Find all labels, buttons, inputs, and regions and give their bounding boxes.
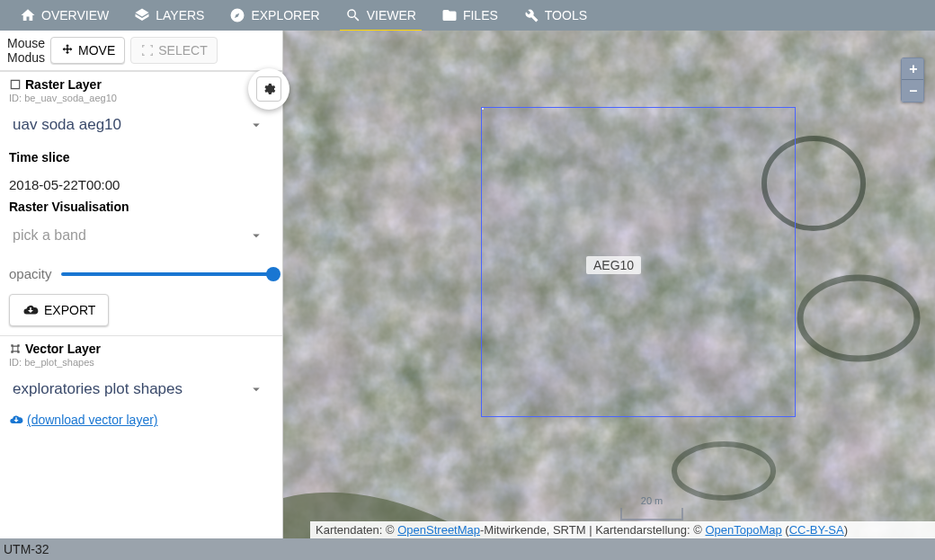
nav-label: VIEWER: [367, 8, 416, 22]
vector-id: ID: be_plot_shapes: [9, 357, 273, 368]
zoom-control: + –: [901, 58, 924, 102]
vector-layer-section: Vector Layer ID: be_plot_shapes explorat…: [0, 335, 282, 436]
move-icon: [60, 43, 75, 58]
chevron-down-icon: [248, 117, 264, 133]
raster-id: ID: be_uav_soda_aeg10: [9, 93, 273, 103]
cloud-download-icon: [9, 413, 23, 427]
opacity-slider[interactable]: [61, 272, 273, 276]
nav-layers[interactable]: LAYERS: [121, 0, 217, 31]
nav-label: EXPLORER: [251, 8, 319, 22]
opacity-label: opacity: [9, 266, 52, 281]
raster-layer-select[interactable]: uav soda aeg10: [9, 107, 273, 143]
layers-icon: [134, 7, 150, 23]
map-viewport[interactable]: AEG10 + – 20 m Kartendaten: © OpenStreet…: [283, 31, 935, 538]
plot-label: AEG10: [586, 256, 641, 274]
mode-move-button[interactable]: MOVE: [50, 37, 125, 64]
mouse-modus-label: Mouse Modus: [7, 36, 45, 65]
sidebar: Mouse Modus MOVE SELECT Raster Layer ID:…: [0, 31, 283, 538]
folder-icon: [441, 7, 458, 23]
time-slice-value: 2018-05-22T00:00: [9, 177, 273, 192]
nav-viewer[interactable]: VIEWER: [333, 0, 429, 31]
chevron-down-icon: [248, 227, 264, 244]
opacity-control: opacity: [9, 266, 273, 281]
wrench-icon: [523, 7, 539, 23]
osm-link[interactable]: OpenStreetMap: [397, 523, 480, 537]
chevron-down-icon: [248, 381, 264, 397]
raster-icon: [9, 78, 22, 91]
select-icon: [140, 43, 155, 58]
cloud-download-icon: [22, 302, 39, 318]
raster-visualisation-label: Raster Visualisation: [9, 200, 273, 214]
raster-heading: Raster Layer: [9, 77, 273, 92]
export-button[interactable]: EXPORT: [9, 294, 109, 326]
raster-layer-section: Raster Layer ID: be_uav_soda_aeg10 uav s…: [0, 71, 282, 335]
license-link[interactable]: CC-BY-SA: [789, 523, 844, 537]
download-vector-link[interactable]: (download vector layer): [9, 413, 273, 427]
mouse-modus-row: Mouse Modus MOVE SELECT: [0, 31, 282, 71]
top-nav: OVERVIEW LAYERS EXPLORER VIEWER FILES TO…: [0, 0, 935, 31]
band-select[interactable]: pick a band: [9, 218, 273, 253]
nav-tools[interactable]: TOOLS: [511, 0, 600, 31]
settings-button[interactable]: [248, 68, 289, 110]
search-icon: [345, 7, 361, 23]
time-slice-label: Time slice: [9, 150, 273, 164]
crs-label: UTM-32: [4, 542, 49, 556]
otm-link[interactable]: OpenTopoMap: [705, 523, 781, 537]
home-icon: [20, 7, 36, 23]
nav-explorer[interactable]: EXPLORER: [217, 0, 332, 31]
zoom-out-button[interactable]: –: [902, 80, 924, 102]
vector-icon: [9, 342, 22, 355]
mode-select-button[interactable]: SELECT: [130, 37, 217, 64]
gear-icon: [262, 82, 276, 96]
nav-label: FILES: [463, 8, 498, 22]
nav-files[interactable]: FILES: [429, 0, 511, 31]
nav-label: TOOLS: [545, 8, 587, 22]
vector-heading: Vector Layer: [9, 342, 273, 356]
nav-overview[interactable]: OVERVIEW: [7, 0, 121, 31]
map-attribution: Kartendaten: © OpenStreetMap-Mitwirkende…: [310, 521, 935, 538]
vector-layer-select[interactable]: exploratories plot shapes: [9, 371, 273, 407]
compass-icon: [229, 7, 245, 23]
slider-thumb[interactable]: [266, 267, 280, 281]
nav-label: OVERVIEW: [41, 8, 109, 22]
scale-bar: 20 m: [620, 508, 683, 520]
zoom-in-button[interactable]: +: [902, 58, 924, 80]
status-bar: UTM-32: [0, 538, 935, 560]
nav-label: LAYERS: [156, 8, 204, 22]
